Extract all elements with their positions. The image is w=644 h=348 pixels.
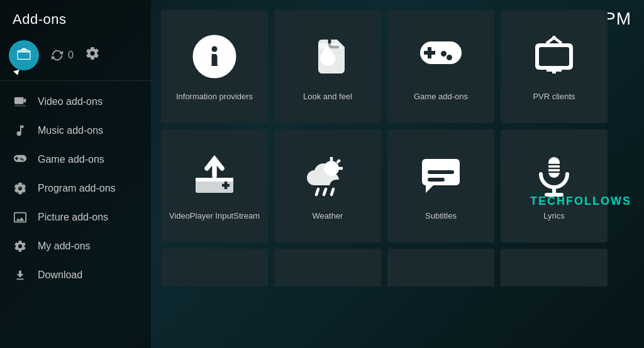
tile-partial-3[interactable] xyxy=(387,249,494,286)
svg-line-20 xyxy=(316,189,318,195)
svg-rect-0 xyxy=(18,50,31,53)
svg-point-11 xyxy=(552,36,556,40)
star-icon xyxy=(13,239,28,254)
grid-row-partial xyxy=(161,249,634,286)
microphone-icon xyxy=(529,151,579,201)
download-nav-icon xyxy=(13,268,28,283)
gear-icon xyxy=(85,46,100,61)
sidebar-item-label: Video add-ons xyxy=(38,96,103,107)
sidebar-item-video-addons[interactable]: Video add-ons xyxy=(0,87,151,116)
tile-partial-2[interactable] xyxy=(274,249,381,286)
sidebar-item-download[interactable]: Download xyxy=(0,261,151,290)
refresh-button[interactable]: 0 xyxy=(50,48,74,62)
sidebar-item-label: My add-ons xyxy=(38,241,91,252)
svg-rect-10 xyxy=(539,47,569,66)
picture-icon xyxy=(13,210,28,225)
tile-label: Subtitles xyxy=(420,211,462,222)
tile-subtitles[interactable]: Subtitles xyxy=(387,129,494,242)
info-circle-icon: i xyxy=(189,31,240,82)
sidebar-item-program-addons[interactable]: Program add-ons xyxy=(0,174,151,203)
paint-icon xyxy=(303,31,353,82)
sidebar-divider xyxy=(0,80,151,81)
svg-rect-25 xyxy=(548,157,560,178)
sidebar-icons-row: 0 xyxy=(0,34,151,80)
main-content: i Information providers Look and fee xyxy=(151,0,644,348)
addon-manager-button[interactable] xyxy=(9,40,39,70)
gamepad-icon xyxy=(416,31,466,82)
tile-videoplayer-inputstream[interactable]: VideoPlayer InputStream xyxy=(161,129,268,242)
sidebar-nav: Video add-ons Music add-ons Game add-ons… xyxy=(0,84,151,348)
tile-partial-4[interactable] xyxy=(501,249,608,286)
refresh-count: 0 xyxy=(68,50,74,61)
tv-icon xyxy=(529,31,579,82)
svg-rect-8 xyxy=(212,55,218,66)
sidebar-item-my-addons[interactable]: My add-ons xyxy=(0,232,151,261)
svg-line-22 xyxy=(331,189,333,195)
tile-label: Look and feel xyxy=(298,92,357,102)
tile-partial-1[interactable] xyxy=(161,249,268,286)
tile-game-addons[interactable]: Game add-ons xyxy=(387,10,494,123)
tile-label: VideoPlayer InputStream xyxy=(164,211,265,222)
svg-point-7 xyxy=(212,46,218,52)
sidebar-item-game-addons[interactable]: Game add-ons xyxy=(0,145,151,174)
upload-tray-icon xyxy=(189,151,240,201)
music-icon xyxy=(13,123,28,138)
subtitle-icon xyxy=(416,151,466,201)
sidebar-item-music-addons[interactable]: Music add-ons xyxy=(0,116,151,145)
svg-rect-23 xyxy=(428,170,454,174)
sidebar-header: Add-ons xyxy=(0,0,151,34)
tile-label: Lyrics xyxy=(538,211,569,222)
box-icon xyxy=(15,46,33,64)
sidebar-item-label: Program add-ons xyxy=(38,183,116,194)
tile-label: Weather xyxy=(308,211,348,222)
tile-look-and-feel[interactable]: Look and feel xyxy=(274,10,381,123)
sidebar-item-picture-addons[interactable]: Picture add-ons xyxy=(0,203,151,232)
sidebar-item-label: Music add-ons xyxy=(38,125,103,136)
tile-information-providers[interactable]: i Information providers xyxy=(161,10,268,123)
sidebar-title: Add-ons xyxy=(13,11,138,28)
tile-label: Game add-ons xyxy=(409,92,473,102)
sidebar-item-label: Game add-ons xyxy=(38,154,104,165)
svg-rect-2 xyxy=(14,97,24,104)
refresh-icon xyxy=(50,48,64,62)
settings-button[interactable] xyxy=(85,46,100,65)
svg-line-19 xyxy=(337,160,340,163)
grid-row-1: i Information providers Look and fee xyxy=(161,10,634,123)
watermark: TECHFOLLOWS xyxy=(530,195,631,208)
sidebar-item-label: Picture add-ons xyxy=(38,212,108,223)
program-icon xyxy=(13,181,28,196)
svg-rect-24 xyxy=(428,178,445,182)
weather-icon xyxy=(303,151,353,201)
svg-line-21 xyxy=(324,189,326,195)
svg-rect-1 xyxy=(23,53,26,55)
gamepad-nav-icon xyxy=(13,152,28,167)
sidebar-item-label: Download xyxy=(38,269,82,281)
tile-label: PVR clients xyxy=(528,92,580,102)
tile-label: Information providers xyxy=(171,92,258,102)
sidebar: Add-ons 0 xyxy=(0,0,151,348)
tile-lyrics[interactable]: Lyrics xyxy=(501,129,608,242)
tile-weather[interactable]: Weather xyxy=(274,129,381,242)
svg-rect-3 xyxy=(14,106,26,107)
grid-row-2: VideoPlayer InputStream W xyxy=(161,129,634,242)
tile-pvr-clients[interactable]: PVR clients xyxy=(501,10,608,123)
video-icon xyxy=(13,94,28,109)
